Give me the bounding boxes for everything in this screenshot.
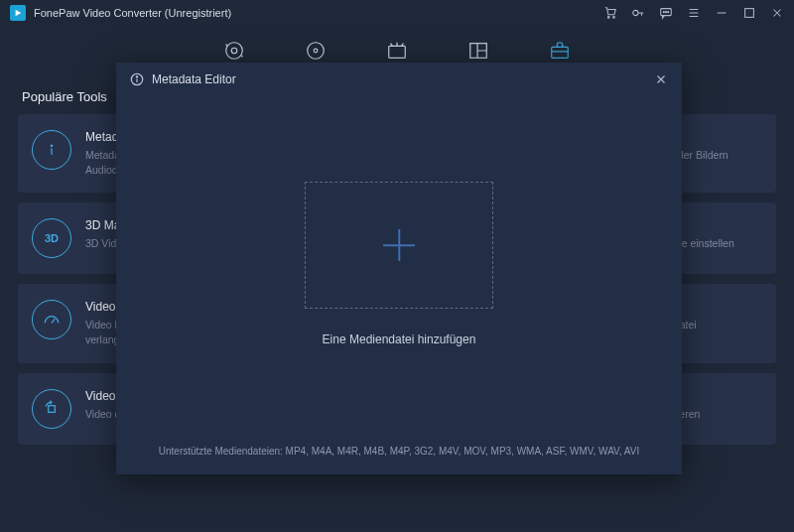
svg-point-7 xyxy=(668,12,669,13)
info-icon xyxy=(32,130,71,170)
svg-point-9 xyxy=(226,43,243,60)
tab-ripper[interactable] xyxy=(305,40,327,62)
modal-footer-text: Unterstützte Mediendateien: MP4, M4A, M4… xyxy=(116,432,682,474)
svg-point-10 xyxy=(231,48,237,54)
tab-toolbox[interactable] xyxy=(549,40,571,62)
svg-point-23 xyxy=(136,76,137,77)
svg-point-16 xyxy=(51,145,52,146)
svg-point-5 xyxy=(663,12,664,13)
modal-title: Metadata Editor xyxy=(152,72,654,86)
tab-mv[interactable] xyxy=(386,40,408,62)
minimize-icon[interactable] xyxy=(715,6,728,20)
svg-point-11 xyxy=(308,43,325,60)
menu-icon[interactable] xyxy=(687,6,701,20)
modal-header: Metadata Editor xyxy=(116,63,682,96)
svg-point-1 xyxy=(607,17,609,19)
modal-close-button[interactable] xyxy=(654,72,668,86)
info-icon xyxy=(130,72,144,86)
cart-icon[interactable] xyxy=(603,6,617,20)
app-title: FonePaw Video Converter (Unregistriert) xyxy=(34,7,603,19)
app-logo xyxy=(10,5,26,21)
close-icon[interactable] xyxy=(770,6,784,20)
three-d-icon: 3D xyxy=(32,218,71,258)
svg-rect-8 xyxy=(745,9,754,18)
svg-marker-0 xyxy=(16,10,22,16)
metadata-editor-modal: Metadata Editor Eine Mediendatei hinzufü… xyxy=(116,63,682,474)
maximize-icon[interactable] xyxy=(742,6,756,20)
titlebar: FonePaw Video Converter (Unregistriert) xyxy=(0,0,794,26)
plus-icon xyxy=(379,225,419,265)
svg-rect-15 xyxy=(552,47,569,58)
svg-point-3 xyxy=(633,10,638,15)
svg-point-6 xyxy=(665,12,666,13)
key-icon[interactable] xyxy=(631,6,645,20)
tab-convert[interactable] xyxy=(223,40,245,62)
svg-point-2 xyxy=(613,17,615,19)
speed-icon xyxy=(32,300,71,339)
feedback-icon[interactable] xyxy=(659,6,673,20)
rotate-icon xyxy=(32,389,71,429)
svg-rect-13 xyxy=(389,46,406,58)
svg-rect-21 xyxy=(49,405,56,412)
dropzone-label: Eine Mediendatei hinzufügen xyxy=(323,332,476,346)
add-media-dropzone[interactable] xyxy=(305,182,493,309)
tab-collage[interactable] xyxy=(467,40,489,62)
svg-point-12 xyxy=(314,49,318,53)
